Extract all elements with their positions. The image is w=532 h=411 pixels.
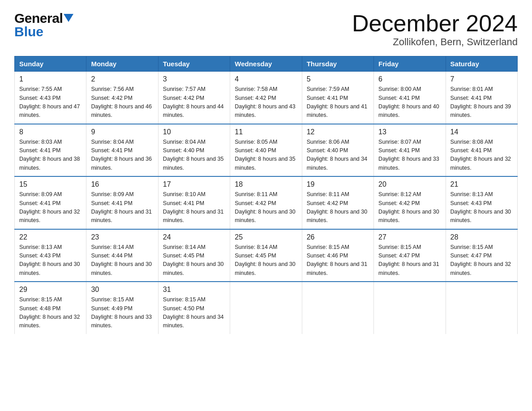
daylight-label: Daylight: 8 hours and 32 minutes. <box>19 209 80 223</box>
daylight-label: Daylight: 8 hours and 31 minutes. <box>163 209 224 223</box>
day-number: 7 <box>450 75 513 83</box>
calendar-cell: 16 Sunrise: 8:09 AM Sunset: 4:41 PM Dayl… <box>86 176 158 229</box>
day-info: Sunrise: 8:09 AM Sunset: 4:41 PM Dayligh… <box>19 190 82 225</box>
sunset-label: Sunset: 4:43 PM <box>19 253 60 259</box>
sunset-label: Sunset: 4:42 PM <box>307 200 348 206</box>
daylight-label: Daylight: 8 hours and 32 minutes. <box>450 261 511 276</box>
day-number: 20 <box>378 180 441 188</box>
day-number: 22 <box>19 233 82 241</box>
calendar-cell: 22 Sunrise: 8:13 AM Sunset: 4:43 PM Dayl… <box>15 229 86 282</box>
day-number: 19 <box>307 180 369 188</box>
calendar-cell: 5 Sunrise: 7:59 AM Sunset: 4:41 PM Dayli… <box>302 72 373 124</box>
day-number: 2 <box>91 75 153 83</box>
sunrise-label: Sunrise: 8:14 AM <box>163 244 206 250</box>
calendar-cell: 9 Sunrise: 8:04 AM Sunset: 4:41 PM Dayli… <box>86 124 158 177</box>
day-info: Sunrise: 8:15 AM Sunset: 4:49 PM Dayligh… <box>91 295 153 330</box>
calendar-cell: 30 Sunrise: 8:15 AM Sunset: 4:49 PM Dayl… <box>86 282 158 334</box>
sunrise-label: Sunrise: 8:12 AM <box>378 191 421 197</box>
daylight-label: Daylight: 8 hours and 30 minutes. <box>378 209 439 223</box>
calendar-cell: 31 Sunrise: 8:15 AM Sunset: 4:50 PM Dayl… <box>158 282 230 334</box>
daylight-label: Daylight: 8 hours and 47 minutes. <box>19 103 80 118</box>
day-number: 13 <box>378 128 441 136</box>
daylight-label: Daylight: 8 hours and 30 minutes. <box>235 209 296 223</box>
day-info: Sunrise: 7:59 AM Sunset: 4:41 PM Dayligh… <box>307 85 369 120</box>
calendar-cell: 7 Sunrise: 8:01 AM Sunset: 4:41 PM Dayli… <box>446 72 517 124</box>
day-info: Sunrise: 8:14 AM Sunset: 4:44 PM Dayligh… <box>91 243 153 278</box>
sunrise-label: Sunrise: 8:10 AM <box>163 191 206 197</box>
calendar-cell: 21 Sunrise: 8:13 AM Sunset: 4:43 PM Dayl… <box>446 176 517 229</box>
sunset-label: Sunset: 4:44 PM <box>91 253 132 259</box>
logo: General Blue <box>14 11 73 39</box>
sunrise-label: Sunrise: 8:07 AM <box>378 139 421 145</box>
daylight-label: Daylight: 8 hours and 43 minutes. <box>235 103 296 118</box>
daylight-label: Daylight: 8 hours and 39 minutes. <box>450 103 511 118</box>
calendar-cell: 28 Sunrise: 8:15 AM Sunset: 4:47 PM Dayl… <box>446 229 517 282</box>
calendar-week-row: 29 Sunrise: 8:15 AM Sunset: 4:48 PM Dayl… <box>15 282 518 334</box>
sunrise-label: Sunrise: 8:04 AM <box>91 139 133 145</box>
sunrise-label: Sunrise: 8:05 AM <box>235 139 277 145</box>
logo-text-general: General <box>14 11 63 26</box>
sunrise-label: Sunrise: 8:15 AM <box>91 296 133 303</box>
sunrise-label: Sunrise: 8:11 AM <box>307 191 349 197</box>
day-info: Sunrise: 8:15 AM Sunset: 4:50 PM Dayligh… <box>163 295 225 330</box>
sunset-label: Sunset: 4:46 PM <box>307 253 348 259</box>
day-info: Sunrise: 8:05 AM Sunset: 4:40 PM Dayligh… <box>235 138 297 173</box>
daylight-label: Daylight: 8 hours and 41 minutes. <box>307 103 368 118</box>
day-number: 24 <box>163 233 225 241</box>
sunset-label: Sunset: 4:41 PM <box>378 147 420 154</box>
calendar-week-row: 22 Sunrise: 8:13 AM Sunset: 4:43 PM Dayl… <box>15 229 518 282</box>
sunset-label: Sunset: 4:47 PM <box>378 253 420 259</box>
day-info: Sunrise: 8:01 AM Sunset: 4:41 PM Dayligh… <box>450 85 513 120</box>
calendar-title: December 2024 <box>352 11 518 36</box>
day-number: 31 <box>163 286 225 294</box>
calendar-week-row: 15 Sunrise: 8:09 AM Sunset: 4:41 PM Dayl… <box>15 176 518 229</box>
sunrise-label: Sunrise: 8:13 AM <box>19 244 62 250</box>
day-number: 21 <box>450 180 513 188</box>
sunset-label: Sunset: 4:42 PM <box>91 95 132 101</box>
day-info: Sunrise: 8:14 AM Sunset: 4:45 PM Dayligh… <box>235 243 297 278</box>
title-block: December 2024 Zollikofen, Bern, Switzerl… <box>352 11 518 48</box>
calendar-header-row: SundayMondayTuesdayWednesdayThursdayFrid… <box>15 56 518 72</box>
day-number: 25 <box>235 233 297 241</box>
sunset-label: Sunset: 4:47 PM <box>450 253 492 259</box>
calendar-cell: 29 Sunrise: 8:15 AM Sunset: 4:48 PM Dayl… <box>15 282 86 334</box>
day-number: 26 <box>307 233 369 241</box>
calendar-cell: 1 Sunrise: 7:55 AM Sunset: 4:43 PM Dayli… <box>15 72 86 124</box>
sunrise-label: Sunrise: 7:55 AM <box>19 86 62 92</box>
sunrise-label: Sunrise: 8:15 AM <box>163 296 206 303</box>
calendar-cell: 11 Sunrise: 8:05 AM Sunset: 4:40 PM Dayl… <box>230 124 302 177</box>
sunset-label: Sunset: 4:45 PM <box>163 253 204 259</box>
daylight-label: Daylight: 8 hours and 44 minutes. <box>163 103 224 118</box>
calendar-cell <box>230 282 302 334</box>
day-info: Sunrise: 8:04 AM Sunset: 4:40 PM Dayligh… <box>163 138 225 173</box>
day-number: 14 <box>450 128 513 136</box>
daylight-label: Daylight: 8 hours and 35 minutes. <box>235 156 296 171</box>
sunset-label: Sunset: 4:43 PM <box>19 95 60 101</box>
daylight-label: Daylight: 8 hours and 34 minutes. <box>307 156 368 171</box>
page-header: General Blue December 2024 Zollikofen, B… <box>14 11 518 48</box>
day-info: Sunrise: 8:13 AM Sunset: 4:43 PM Dayligh… <box>450 190 513 225</box>
logo-arrow-icon <box>64 14 73 24</box>
sunrise-label: Sunrise: 8:15 AM <box>307 244 349 250</box>
day-info: Sunrise: 8:06 AM Sunset: 4:40 PM Dayligh… <box>307 138 369 173</box>
sunset-label: Sunset: 4:50 PM <box>163 305 204 312</box>
day-number: 11 <box>235 128 297 136</box>
sunrise-label: Sunrise: 8:08 AM <box>450 139 493 145</box>
sunrise-label: Sunrise: 8:15 AM <box>19 296 62 303</box>
sunset-label: Sunset: 4:42 PM <box>235 200 276 206</box>
calendar-table: SundayMondayTuesdayWednesdayThursdayFrid… <box>14 56 518 334</box>
day-info: Sunrise: 8:00 AM Sunset: 4:41 PM Dayligh… <box>378 85 441 120</box>
sunset-label: Sunset: 4:41 PM <box>450 147 492 154</box>
daylight-label: Daylight: 8 hours and 31 minutes. <box>91 209 152 223</box>
sunrise-label: Sunrise: 8:14 AM <box>235 244 277 250</box>
day-number: 30 <box>91 286 153 294</box>
day-number: 5 <box>307 75 369 83</box>
calendar-cell: 26 Sunrise: 8:15 AM Sunset: 4:46 PM Dayl… <box>302 229 373 282</box>
daylight-label: Daylight: 8 hours and 30 minutes. <box>307 209 368 223</box>
day-number: 18 <box>235 180 297 188</box>
sunrise-label: Sunrise: 8:01 AM <box>450 86 493 92</box>
day-number: 27 <box>378 233 441 241</box>
calendar-cell: 27 Sunrise: 8:15 AM Sunset: 4:47 PM Dayl… <box>374 229 446 282</box>
calendar-week-row: 8 Sunrise: 8:03 AM Sunset: 4:41 PM Dayli… <box>15 124 518 177</box>
daylight-label: Daylight: 8 hours and 38 minutes. <box>19 156 80 171</box>
